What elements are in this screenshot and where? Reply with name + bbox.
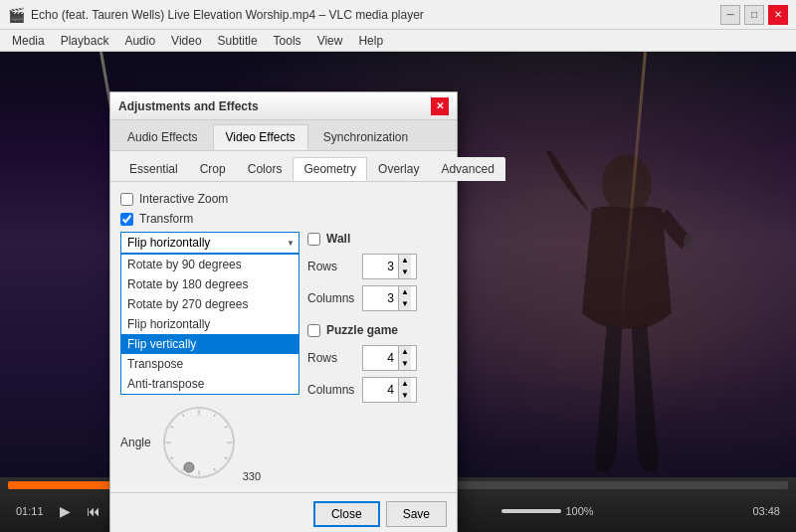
dialog-overlay: Adjustments and Effects ✕ Audio Effects … bbox=[0, 52, 796, 479]
dropdown-chevron-icon: ▼ bbox=[287, 239, 295, 248]
puzzle-rows-spinbox[interactable]: ▲ ▼ bbox=[362, 345, 417, 371]
maximize-button[interactable]: □ bbox=[744, 5, 764, 25]
time-remaining: 03:48 bbox=[752, 505, 780, 517]
menu-video[interactable]: Video bbox=[163, 32, 209, 50]
puzzle-checkbox[interactable] bbox=[307, 324, 320, 337]
menu-bar: Media Playback Audio Video Subtitle Tool… bbox=[0, 30, 796, 52]
wall-label: Wall bbox=[326, 232, 350, 246]
subtab-colors[interactable]: Colors bbox=[237, 157, 294, 181]
menu-subtitle[interactable]: Subtitle bbox=[210, 32, 266, 50]
dropdown-option-transpose[interactable]: Transpose bbox=[121, 354, 298, 374]
wall-header: Wall bbox=[307, 232, 447, 246]
svg-point-2 bbox=[164, 408, 234, 477]
sub-tabs: Essential Crop Colors Geometry Overlay A… bbox=[110, 151, 457, 182]
menu-media[interactable]: Media bbox=[4, 32, 53, 50]
transform-checkbox[interactable] bbox=[120, 213, 133, 226]
dropdown-selected-value: Flip horizontally bbox=[121, 233, 298, 253]
menu-playback[interactable]: Playback bbox=[53, 32, 117, 50]
left-column: Flip horizontally ▼ Rotate by 90 degrees… bbox=[120, 232, 299, 482]
dropdown-option-flip-v[interactable]: Flip vertically bbox=[121, 334, 298, 354]
dialog-buttons: Close Save bbox=[110, 492, 457, 532]
save-button[interactable]: Save bbox=[386, 501, 447, 527]
angle-dial-container[interactable] bbox=[159, 403, 239, 482]
volume-label: 100% bbox=[565, 505, 593, 517]
volume-fill bbox=[501, 509, 561, 513]
wall-rows-buttons: ▲ ▼ bbox=[398, 255, 411, 278]
wall-checkbox[interactable] bbox=[307, 233, 320, 246]
wall-rows-input[interactable] bbox=[363, 258, 398, 275]
puzzle-rows-down-button[interactable]: ▼ bbox=[399, 358, 411, 370]
puzzle-rows-up-button[interactable]: ▲ bbox=[399, 346, 411, 358]
wall-columns-buttons: ▲ ▼ bbox=[398, 286, 411, 310]
puzzle-columns-up-button[interactable]: ▲ bbox=[399, 378, 411, 390]
transform-row: Transform bbox=[120, 212, 447, 226]
puzzle-rows-row: Rows ▲ ▼ bbox=[307, 345, 447, 371]
close-window-button[interactable]: ✕ bbox=[768, 5, 788, 25]
puzzle-label: Puzzle game bbox=[326, 323, 398, 337]
puzzle-rows-buttons: ▲ ▼ bbox=[398, 346, 411, 370]
subtab-advanced[interactable]: Advanced bbox=[430, 157, 504, 181]
dropdown-option-anti-transpose[interactable]: Anti-transpose bbox=[121, 374, 298, 394]
dropdown-header[interactable]: Flip horizontally ▼ bbox=[120, 232, 299, 254]
wall-rows-down-button[interactable]: ▼ bbox=[399, 266, 411, 278]
wall-section: Wall Rows ▲ ▼ bbox=[307, 232, 447, 311]
dropdown-option-rotate270[interactable]: Rotate by 270 degrees bbox=[121, 294, 298, 314]
close-button[interactable]: Close bbox=[313, 501, 380, 527]
puzzle-rows-input[interactable] bbox=[363, 349, 398, 367]
dropdown-option-flip-h[interactable]: Flip horizontally bbox=[121, 314, 298, 334]
subtab-crop[interactable]: Crop bbox=[189, 157, 237, 181]
dropdown-option-rotate90[interactable]: Rotate by 90 degrees bbox=[121, 255, 298, 274]
wall-rows-spinbox[interactable]: ▲ ▼ bbox=[362, 254, 417, 279]
wall-rows-row: Rows ▲ ▼ bbox=[307, 254, 447, 279]
window-title: Echo (feat. Tauren Wells) Live Elevation… bbox=[31, 8, 720, 22]
tab-audio-effects[interactable]: Audio Effects bbox=[114, 124, 211, 150]
wall-columns-input[interactable] bbox=[363, 289, 398, 307]
time-elapsed: 01:11 bbox=[16, 505, 44, 517]
wall-columns-row: Columns ▲ ▼ bbox=[307, 285, 447, 311]
dropdown-option-rotate180[interactable]: Rotate by 180 degrees bbox=[121, 274, 298, 294]
dialog-close-button[interactable]: ✕ bbox=[431, 97, 449, 115]
puzzle-columns-spinbox[interactable]: ▲ ▼ bbox=[362, 377, 417, 403]
subtab-essential[interactable]: Essential bbox=[118, 157, 189, 181]
transform-label: Transform bbox=[139, 212, 193, 226]
adjustments-dialog: Adjustments and Effects ✕ Audio Effects … bbox=[109, 91, 458, 532]
play-button[interactable]: ▶ bbox=[56, 501, 75, 521]
puzzle-header: Puzzle game bbox=[307, 323, 447, 337]
wall-columns-up-button[interactable]: ▲ bbox=[399, 286, 411, 298]
dialog-main-tabs: Audio Effects Video Effects Synchronizat… bbox=[110, 120, 457, 151]
angle-section: Angle bbox=[120, 403, 299, 482]
window-controls: ─ □ ✕ bbox=[720, 5, 788, 25]
subtab-geometry[interactable]: Geometry bbox=[293, 157, 367, 181]
puzzle-columns-label: Columns bbox=[307, 383, 362, 397]
dialog-title-bar: Adjustments and Effects ✕ bbox=[110, 92, 457, 120]
dialog-content: Interactive Zoom Transform Flip horizont… bbox=[110, 182, 457, 492]
interactive-zoom-checkbox[interactable] bbox=[120, 193, 133, 206]
tab-video-effects[interactable]: Video Effects bbox=[213, 124, 308, 150]
wall-columns-label: Columns bbox=[307, 291, 362, 305]
wall-columns-down-button[interactable]: ▼ bbox=[399, 298, 411, 310]
angle-dial[interactable] bbox=[159, 403, 239, 482]
vlc-icon: 🎬 bbox=[8, 7, 25, 23]
prev-button[interactable]: ⏮ bbox=[83, 501, 104, 521]
minimize-button[interactable]: ─ bbox=[720, 5, 740, 25]
puzzle-columns-down-button[interactable]: ▼ bbox=[399, 390, 411, 402]
subtab-overlay[interactable]: Overlay bbox=[367, 157, 430, 181]
wall-rows-label: Rows bbox=[307, 260, 362, 273]
wall-columns-spinbox[interactable]: ▲ ▼ bbox=[362, 285, 417, 311]
tab-synchronization[interactable]: Synchronization bbox=[310, 124, 421, 150]
puzzle-section: Puzzle game Rows ▲ ▼ bbox=[307, 323, 447, 403]
wall-rows-up-button[interactable]: ▲ bbox=[399, 255, 411, 266]
svg-point-15 bbox=[184, 462, 194, 472]
main-content-columns: Flip horizontally ▼ Rotate by 90 degrees… bbox=[120, 232, 447, 482]
menu-audio[interactable]: Audio bbox=[116, 32, 163, 50]
interactive-zoom-row: Interactive Zoom bbox=[120, 192, 447, 206]
angle-value: 330 bbox=[243, 470, 261, 482]
right-column: Wall Rows ▲ ▼ bbox=[307, 232, 447, 482]
menu-help[interactable]: Help bbox=[350, 32, 391, 50]
title-bar: 🎬 Echo (feat. Tauren Wells) Live Elevati… bbox=[0, 0, 796, 30]
menu-tools[interactable]: Tools bbox=[266, 32, 309, 50]
menu-view[interactable]: View bbox=[309, 32, 351, 50]
puzzle-columns-buttons: ▲ ▼ bbox=[398, 378, 411, 402]
volume-slider[interactable] bbox=[501, 509, 561, 513]
puzzle-columns-input[interactable] bbox=[363, 381, 398, 399]
